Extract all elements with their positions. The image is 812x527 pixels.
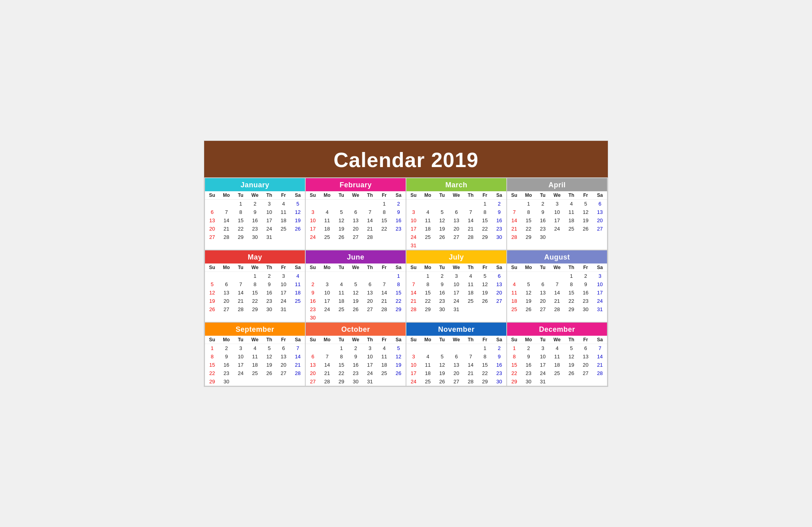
day-header-th: Th: [363, 336, 377, 344]
table-row: 78910111213: [507, 208, 607, 216]
calendar-day: 15: [521, 216, 536, 225]
calendar-day: 16: [262, 289, 276, 297]
day-header-su: Su: [205, 336, 219, 344]
day-header-tu: Tu: [334, 191, 349, 200]
calendar-day: 1: [234, 199, 248, 208]
day-header-su: Su: [205, 191, 219, 200]
calendar-day: 12: [435, 361, 449, 369]
day-header-sa: Sa: [492, 264, 506, 272]
table-row: 30: [306, 314, 406, 322]
calendar-day: 22: [507, 369, 521, 377]
calendar-day: [306, 271, 320, 280]
day-header-su: Su: [306, 336, 320, 344]
calendar-day: 14: [463, 361, 478, 369]
calendar-day: 18: [291, 289, 305, 297]
calendar-day: 2: [262, 271, 276, 280]
month-table-january: SuMoTuWeThFrSa12345678910111213141516171…: [205, 191, 305, 241]
calendar-day: 22: [334, 369, 349, 377]
calendar-day: 16: [521, 361, 536, 369]
calendar-day: 7: [463, 352, 478, 361]
calendar-day: 9: [435, 280, 449, 289]
calendar-day: 2: [578, 271, 593, 280]
table-row: 12345: [205, 199, 305, 208]
calendar-day: 21: [463, 225, 478, 233]
calendar-day: 17: [449, 289, 463, 297]
day-header-tu: Tu: [536, 336, 550, 344]
calendar-day: 29: [205, 377, 219, 386]
calendar-day: 21: [234, 297, 248, 305]
table-row: 24252627282930: [406, 377, 506, 386]
calendar-day: 12: [291, 208, 305, 216]
calendar-day: 4: [248, 344, 262, 352]
day-header-tu: Tu: [234, 336, 248, 344]
calendar-day: [564, 233, 578, 241]
calendar-day: 7: [406, 280, 421, 289]
calendar-day: [550, 377, 564, 386]
calendar-day: 27: [219, 305, 234, 314]
calendar-day: 27: [536, 305, 550, 314]
calendar-day: 7: [234, 280, 248, 289]
day-header-th: Th: [262, 336, 276, 344]
calendar-day: 1: [334, 344, 349, 352]
calendar-day: 18: [320, 225, 334, 233]
table-row: 20212223242526: [205, 225, 305, 233]
calendar-day: [536, 271, 550, 280]
calendar-day: 6: [306, 352, 320, 361]
day-header-sa: Sa: [593, 264, 607, 272]
calendar-day: 28: [291, 369, 305, 377]
calendar-day: 8: [564, 280, 578, 289]
calendar-day: 16: [306, 297, 320, 305]
calendar-day: [478, 241, 492, 250]
calendar-day: 18: [248, 361, 262, 369]
month-table-december: SuMoTuWeThFrSa12345678910111213141516171…: [507, 336, 607, 386]
calendar-day: [435, 344, 449, 352]
calendar-day: 12: [578, 208, 593, 216]
table-row: 12: [406, 199, 506, 208]
day-header-th: Th: [262, 264, 276, 272]
calendar-day: [421, 199, 435, 208]
table-row: 891011121314: [205, 352, 305, 361]
calendar-day: 4: [550, 344, 564, 352]
day-header-th: Th: [564, 191, 578, 200]
calendar-day: 9: [521, 352, 536, 361]
day-header-we: We: [550, 336, 564, 344]
calendar-day: 19: [205, 297, 219, 305]
calendar-day: 31: [363, 377, 377, 386]
calendar-day: 2: [536, 199, 550, 208]
calendar-day: 13: [349, 216, 363, 225]
calendar-day: 21: [593, 361, 607, 369]
calendar-day: 9: [492, 352, 506, 361]
table-row: 78910111213: [406, 280, 506, 289]
calendar-day: 8: [234, 208, 248, 216]
day-header-mo: Mo: [219, 264, 234, 272]
calendar-day: 2: [349, 344, 363, 352]
calendar-day: 3: [262, 199, 276, 208]
calendar-day: 26: [478, 297, 492, 305]
calendar-day: 16: [391, 216, 406, 225]
calendar-day: 4: [421, 352, 435, 361]
calendar-day: 13: [578, 352, 593, 361]
calendar-day: 21: [320, 369, 334, 377]
calendar-day: 5: [435, 352, 449, 361]
calendar-day: 31: [593, 305, 607, 314]
calendar-day: 17: [536, 361, 550, 369]
day-header-sa: Sa: [492, 336, 506, 344]
calendar-day: 4: [507, 280, 521, 289]
calendar-day: 23: [578, 297, 593, 305]
table-row: 12: [406, 344, 506, 352]
day-header-sa: Sa: [291, 191, 305, 200]
calendar-day: 14: [363, 216, 377, 225]
table-row: 12345: [306, 344, 406, 352]
calendar-day: [391, 377, 406, 386]
day-header-we: We: [550, 264, 564, 272]
table-row: 28293031: [406, 305, 506, 314]
calendar-day: 1: [507, 344, 521, 352]
month-header-march: March: [406, 178, 506, 191]
day-header-th: Th: [463, 264, 478, 272]
calendar-day: 21: [507, 225, 521, 233]
day-header-su: Su: [306, 191, 320, 200]
table-row: 6789101112: [306, 352, 406, 361]
month-block-october: OctoberSuMoTuWeThFrSa1234567891011121314…: [306, 323, 406, 387]
calendar-day: 24: [320, 305, 334, 314]
calendar-day: 20: [276, 361, 291, 369]
